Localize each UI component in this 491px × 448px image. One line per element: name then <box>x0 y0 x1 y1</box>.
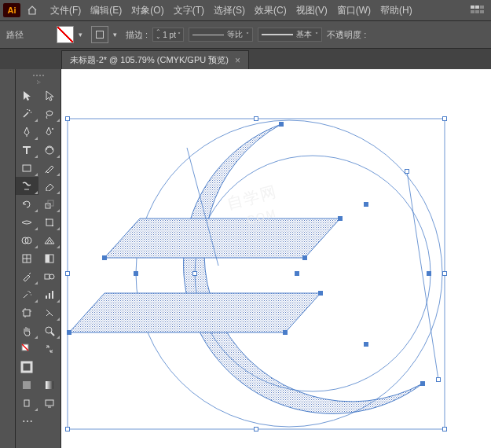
rotate-tool[interactable] <box>16 195 38 213</box>
scale-tool[interactable] <box>38 195 61 213</box>
anchor-point[interactable] <box>302 255 307 260</box>
direction-handle[interactable] <box>405 169 409 174</box>
svg-rect-22 <box>49 293 50 299</box>
selection-tool[interactable] <box>16 86 38 105</box>
pen-tool[interactable] <box>16 123 38 141</box>
perspective-grid-tool[interactable] <box>38 231 61 249</box>
gradient-tool[interactable] <box>38 249 61 267</box>
gradient-mode[interactable] <box>38 376 61 394</box>
column-graph-tool[interactable] <box>38 285 61 303</box>
svg-point-13 <box>52 225 53 226</box>
svg-rect-4 <box>475 10 479 13</box>
document-tab[interactable]: 未标题-2* @ 105.79% (CMYK/GPU 预览) × <box>61 50 249 69</box>
menu-file[interactable]: 文件(F) <box>46 4 86 17</box>
paintbrush-tool[interactable] <box>38 159 61 177</box>
anchor-point[interactable] <box>192 271 197 276</box>
mesh-tool[interactable] <box>16 249 38 267</box>
menu-window[interactable]: 窗口(W) <box>332 4 376 17</box>
bbox-handle[interactable] <box>442 427 447 431</box>
anchor-point[interactable] <box>134 271 138 276</box>
width-tool[interactable] <box>16 213 38 231</box>
menu-help[interactable]: 帮助(H) <box>376 4 417 17</box>
bbox-handle[interactable] <box>254 427 258 431</box>
anchor-point[interactable] <box>318 291 323 296</box>
menu-object[interactable]: 对象(O) <box>126 4 168 17</box>
artboard[interactable]: 自学网 .COM <box>61 69 491 448</box>
anchor-point[interactable] <box>427 271 431 276</box>
direct-selection-tool[interactable] <box>38 86 61 105</box>
toggle-fill-stroke[interactable] <box>38 340 61 358</box>
symbol-sprayer-tool[interactable] <box>16 285 38 303</box>
edit-toolbar[interactable]: ⋯ <box>16 412 38 430</box>
tools-panel: ⪢ <box>16 69 61 448</box>
anchor-point[interactable] <box>364 342 368 347</box>
eraser-tool[interactable] <box>38 177 61 195</box>
menu-select[interactable]: 选择(S) <box>209 4 250 17</box>
lasso-tool[interactable] <box>38 105 61 123</box>
anchor-point[interactable] <box>283 330 288 335</box>
close-tab-icon[interactable]: × <box>235 55 240 66</box>
slice-tool[interactable] <box>38 303 61 321</box>
rectangle-tool[interactable] <box>16 159 38 177</box>
stroke-weight-input[interactable]: ⌃⌄ 1 pt ˅ <box>152 28 184 42</box>
fill-stroke-swap[interactable] <box>16 340 38 358</box>
anchor-point[interactable] <box>102 255 107 260</box>
home-icon[interactable] <box>27 5 38 16</box>
stroke-swatch[interactable] <box>91 26 108 43</box>
menu-type[interactable]: 文字(T) <box>169 4 209 17</box>
anchor-point[interactable] <box>364 202 368 207</box>
stroke-profile-select[interactable]: 等比˅ <box>189 28 253 42</box>
center-point[interactable] <box>295 271 299 276</box>
panel-dock-left[interactable] <box>0 69 16 448</box>
eyedropper-tool[interactable] <box>16 267 38 285</box>
blend-tool[interactable] <box>38 267 61 285</box>
svg-rect-30 <box>24 400 29 406</box>
bbox-handle[interactable] <box>442 271 447 276</box>
svg-rect-24 <box>24 310 30 316</box>
workspace-switcher-icon[interactable] <box>471 5 485 16</box>
shape-builder-tool[interactable] <box>16 231 38 249</box>
fill-dropdown-icon[interactable]: ▾ <box>79 31 86 39</box>
stroke-indicator[interactable] <box>16 358 38 376</box>
stroke-weight-value: 1 pt <box>163 31 176 39</box>
anchor-point[interactable] <box>338 216 343 221</box>
svg-rect-18 <box>46 255 49 263</box>
menu-view[interactable]: 视图(V) <box>291 4 332 17</box>
curvature-tool[interactable] <box>38 123 61 141</box>
draw-mode[interactable] <box>16 394 38 412</box>
type-tool[interactable] <box>16 141 38 159</box>
anchor-point[interactable] <box>279 122 284 127</box>
svg-rect-1 <box>475 6 479 9</box>
bbox-handle[interactable] <box>65 427 70 431</box>
screen-mode[interactable] <box>38 394 61 412</box>
bbox-handle[interactable] <box>254 116 258 121</box>
free-transform-tool[interactable] <box>38 213 61 231</box>
shaper-tool[interactable] <box>16 177 38 195</box>
svg-rect-29 <box>46 381 53 389</box>
menu-effect[interactable]: 效果(C) <box>250 4 291 17</box>
svg-point-12 <box>46 218 47 220</box>
bbox-handle[interactable] <box>442 116 447 121</box>
bbox-handle[interactable] <box>65 271 70 276</box>
bbox-handle[interactable] <box>65 116 70 121</box>
magic-wand-tool[interactable] <box>16 105 38 123</box>
menu-edit[interactable]: 编辑(E) <box>86 4 126 17</box>
brush-definition-select[interactable]: 基本˅ <box>258 28 322 42</box>
stroke-dropdown-icon[interactable]: ▾ <box>113 31 121 39</box>
hand-tool[interactable] <box>16 321 38 340</box>
default-fill-stroke[interactable] <box>38 358 61 376</box>
anchor-point[interactable] <box>420 381 425 386</box>
canvas-viewport[interactable]: 自学网 .COM <box>61 69 491 448</box>
svg-rect-2 <box>480 6 484 9</box>
zoom-tool[interactable] <box>38 321 61 340</box>
color-mode[interactable] <box>16 376 38 394</box>
artboard-tool[interactable] <box>16 303 38 321</box>
svg-rect-0 <box>471 6 475 9</box>
direction-handle[interactable] <box>436 377 441 382</box>
anchor-point[interactable] <box>67 330 71 335</box>
panel-collapse-icon[interactable]: ⪢ <box>16 79 60 86</box>
line-tool[interactable] <box>38 141 61 159</box>
svg-rect-11 <box>46 219 53 226</box>
panel-grip-icon[interactable] <box>16 72 60 79</box>
fill-swatch[interactable] <box>57 26 74 43</box>
